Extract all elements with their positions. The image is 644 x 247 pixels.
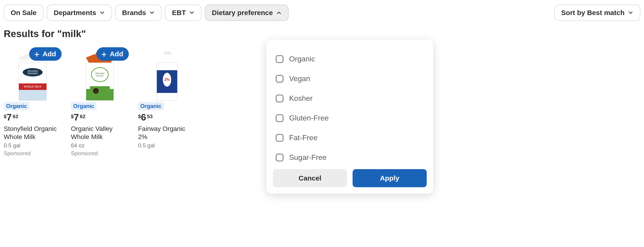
checkbox-icon[interactable] bbox=[276, 154, 284, 162]
filter-ebt[interactable]: EBT bbox=[165, 5, 202, 21]
product-name: Stonyfield Organic Whole Milk bbox=[4, 125, 62, 141]
product-image: ORGANICVALLEY ＋ Add bbox=[71, 47, 129, 100]
chevron-down-icon bbox=[628, 10, 633, 16]
product-price: $762 bbox=[71, 112, 129, 122]
product-card[interactable]: StonyfieldORGANIC WHOLE MILK ＋ Add Organ… bbox=[4, 47, 62, 157]
results-heading: Results for "milk" bbox=[4, 28, 640, 40]
filter-on-sale-label: On Sale bbox=[11, 9, 36, 17]
dietary-option-label: Gluten-Free bbox=[289, 114, 329, 122]
product-size: 64 oz bbox=[71, 142, 129, 149]
filter-departments-label: Departments bbox=[54, 9, 96, 17]
chevron-down-icon bbox=[100, 10, 105, 16]
dietary-option-label: Sugar-Free bbox=[289, 153, 327, 162]
dietary-option-label: Kosher bbox=[289, 94, 312, 103]
filter-bar: On Sale Departments Brands EBT Dietary p… bbox=[4, 5, 640, 21]
dietary-option-vegan[interactable]: Vegan bbox=[276, 69, 424, 88]
filter-brands-label: Brands bbox=[122, 9, 146, 17]
sponsored-label: Sponsored bbox=[4, 150, 62, 157]
filter-ebt-label: EBT bbox=[172, 9, 186, 17]
chevron-down-icon bbox=[149, 10, 155, 16]
add-button[interactable]: ＋ Add bbox=[29, 47, 62, 61]
add-button-label: Add bbox=[42, 50, 56, 58]
checkbox-icon[interactable] bbox=[276, 134, 284, 142]
product-image: 2% bbox=[138, 47, 196, 100]
add-button[interactable]: ＋ Add bbox=[96, 47, 129, 61]
product-card[interactable]: ORGANICVALLEY ＋ Add Organic $762 Organic… bbox=[71, 47, 129, 157]
plus-icon: ＋ bbox=[100, 50, 108, 58]
dietary-option-label: Fat-Free bbox=[289, 134, 318, 142]
sponsored-label: Sponsored bbox=[71, 150, 129, 157]
dietary-option-organic[interactable]: Organic bbox=[276, 49, 424, 69]
product-price: $762 bbox=[4, 112, 62, 122]
product-size: 0.5 gal bbox=[4, 142, 62, 149]
dietary-option-label: Organic bbox=[289, 55, 315, 63]
plus-icon: ＋ bbox=[33, 50, 41, 58]
product-name: Fairway Organic 2% bbox=[138, 125, 196, 141]
chevron-down-icon bbox=[189, 10, 194, 16]
filter-dietary-label: Dietary preference bbox=[212, 9, 273, 17]
dietary-option-sugar-free[interactable]: Sugar-Free bbox=[276, 148, 424, 162]
chevron-up-icon bbox=[276, 10, 282, 16]
sort-label: Sort by Best match bbox=[561, 9, 624, 17]
product-card[interactable]: 2% Organic $653 Fairway Organic 2% 0.5 g… bbox=[138, 47, 196, 157]
product-name: Organic Valley Whole Milk bbox=[71, 125, 129, 141]
organic-badge: Organic bbox=[71, 102, 96, 110]
organic-badge: Organic bbox=[4, 102, 30, 110]
dietary-option-kosher[interactable]: Kosher bbox=[276, 88, 424, 108]
dietary-option-label: Vegan bbox=[289, 74, 310, 83]
product-image: StonyfieldORGANIC WHOLE MILK ＋ Add bbox=[4, 47, 62, 100]
filter-on-sale[interactable]: On Sale bbox=[4, 5, 44, 21]
filter-brands[interactable]: Brands bbox=[115, 5, 162, 21]
filter-dietary-preference[interactable]: Dietary preference bbox=[205, 5, 288, 21]
product-price: $653 bbox=[138, 112, 196, 122]
dietary-preference-dropdown: Organic Vegan Kosher Gluten-Free Fat-Fre… bbox=[266, 40, 433, 162]
checkbox-icon[interactable] bbox=[276, 55, 284, 63]
checkbox-icon[interactable] bbox=[276, 114, 284, 122]
dietary-option-list: Organic Vegan Kosher Gluten-Free Fat-Fre… bbox=[266, 49, 433, 162]
dietary-option-fat-free[interactable]: Fat-Free bbox=[276, 128, 424, 148]
checkbox-icon[interactable] bbox=[276, 75, 284, 83]
add-button-label: Add bbox=[110, 50, 123, 58]
organic-badge: Organic bbox=[138, 102, 164, 110]
filter-departments[interactable]: Departments bbox=[47, 5, 112, 21]
dietary-option-gluten-free[interactable]: Gluten-Free bbox=[276, 108, 424, 128]
sort-dropdown[interactable]: Sort by Best match bbox=[554, 5, 640, 21]
checkbox-icon[interactable] bbox=[276, 94, 284, 102]
product-size: 0.5 gal bbox=[138, 142, 196, 149]
